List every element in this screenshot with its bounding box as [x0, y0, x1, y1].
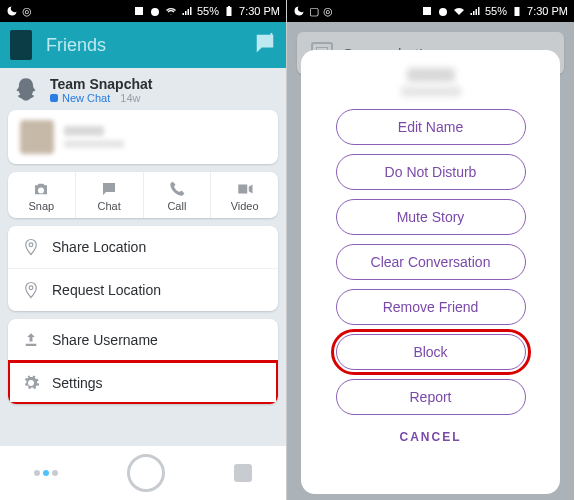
do-not-disturb-button[interactable]: Do Not Disturb	[336, 154, 526, 190]
right-screenshot: ▢◎ 55% 7:30 PM Screenshot! Edit Name	[287, 0, 574, 500]
my-avatar[interactable]	[10, 30, 32, 60]
clear-conversation-button[interactable]: Clear Conversation	[336, 244, 526, 280]
video-icon	[236, 180, 254, 198]
phone-icon	[168, 180, 186, 198]
clock-text: 7:30 PM	[239, 5, 280, 17]
wifi-icon	[453, 5, 465, 17]
location-pin-icon	[22, 281, 40, 299]
battery-icon	[223, 5, 235, 17]
chat-list-item[interactable]: Team Snapchat New Chat 14w	[0, 68, 286, 112]
svg-point-1	[29, 286, 33, 290]
battery-text: 55%	[197, 5, 219, 17]
new-chat-icon	[254, 32, 276, 54]
modal-friend-username-blurred	[401, 86, 461, 97]
wifi-icon	[165, 5, 177, 17]
friend-options-modal: Edit Name Do Not Disturb Mute Story Clea…	[301, 50, 560, 494]
stories-tab-icon[interactable]	[234, 464, 252, 482]
location-card: Share Location Request Location	[8, 226, 278, 311]
bottom-nav	[0, 446, 286, 500]
call-action[interactable]: Call	[144, 172, 212, 218]
profile-card[interactable]	[8, 110, 278, 164]
chat-action[interactable]: Chat	[76, 172, 144, 218]
signal-icon	[469, 5, 481, 17]
chat-tab-icon[interactable]	[34, 470, 58, 476]
battery-icon	[511, 5, 523, 17]
camera-icon	[32, 180, 50, 198]
settings-row[interactable]: Settings	[8, 361, 278, 404]
friend-avatar	[20, 120, 54, 154]
status-bar: ◎ 55% 7:30 PM	[0, 0, 286, 22]
chat-name: Team Snapchat	[50, 76, 152, 92]
left-screenshot: ◎ 55% 7:30 PM Friends	[0, 0, 287, 500]
more-card: Share Username Settings	[8, 319, 278, 404]
moon-icon	[293, 5, 305, 17]
video-action[interactable]: Video	[211, 172, 278, 218]
report-button[interactable]: Report	[336, 379, 526, 415]
share-location-row[interactable]: Share Location	[8, 226, 278, 268]
alarm-icon	[437, 5, 449, 17]
battery-text: 55%	[485, 5, 507, 17]
signal-icon	[181, 5, 193, 17]
share-icon	[22, 331, 40, 349]
clock-text: 7:30 PM	[527, 5, 568, 17]
remove-friend-button[interactable]: Remove Friend	[336, 289, 526, 325]
location-pin-icon	[22, 238, 40, 256]
friend-action-sheet: Snap Chat Call Video Share Lo	[8, 110, 278, 412]
status-bar: ▢◎ 55% 7:30 PM	[287, 0, 574, 22]
friends-header: Friends	[0, 22, 286, 68]
quick-actions-card: Snap Chat Call Video	[8, 172, 278, 218]
request-location-row[interactable]: Request Location	[8, 268, 278, 311]
nfc-icon	[421, 5, 433, 17]
search-placeholder: Friends	[46, 35, 106, 56]
alarm-icon	[149, 5, 161, 17]
camera-button[interactable]	[127, 454, 165, 492]
mute-story-button[interactable]: Mute Story	[336, 199, 526, 235]
unread-indicator	[50, 94, 58, 102]
moon-icon	[6, 5, 18, 17]
block-button[interactable]: Block	[336, 334, 526, 370]
nfc-icon	[133, 5, 145, 17]
friend-name-blurred	[64, 126, 104, 136]
svg-point-0	[29, 243, 33, 247]
friend-username-blurred	[64, 140, 124, 148]
gear-icon	[22, 374, 40, 392]
cancel-button[interactable]: CANCEL	[400, 424, 462, 446]
search-friends[interactable]: Friends	[40, 35, 106, 56]
snap-action[interactable]: Snap	[8, 172, 76, 218]
share-username-row[interactable]: Share Username	[8, 319, 278, 361]
new-chat-button[interactable]	[254, 32, 276, 58]
chat-icon	[100, 180, 118, 198]
edit-name-button[interactable]: Edit Name	[336, 109, 526, 145]
modal-friend-name-blurred	[407, 68, 455, 82]
ghost-icon	[12, 76, 40, 104]
chat-sub: New Chat 14w	[50, 92, 152, 104]
